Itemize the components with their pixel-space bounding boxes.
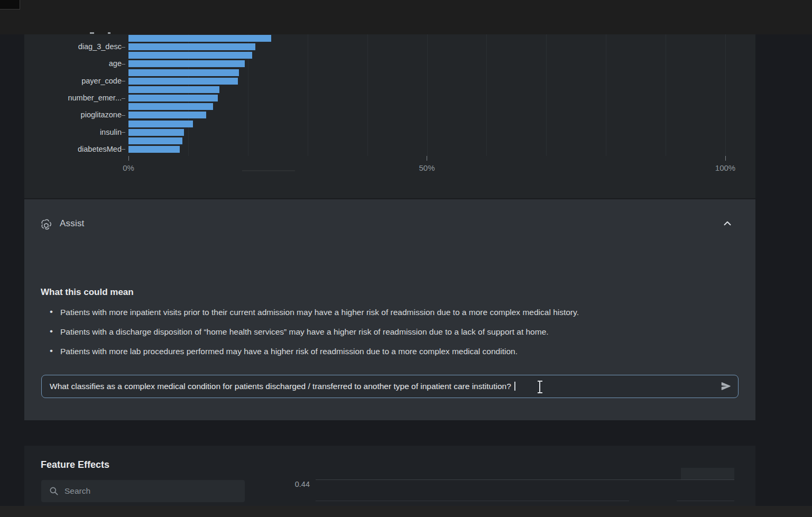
axis-tick — [725, 156, 726, 161]
feature-impact-chart: diag_3_descagepayer_codenumber_emer...pi… — [128, 34, 725, 172]
clipped-label-fragment — [108, 32, 110, 34]
partial-chart-block — [681, 468, 734, 479]
bottom-window-strip — [0, 506, 812, 517]
feature-label: number_emer... — [24, 94, 122, 102]
feature-label: diag_3_desc — [24, 42, 122, 51]
feature-impact-bar — [128, 146, 180, 153]
axis-tick-dash — [122, 47, 125, 48]
partial-chart-gridline — [316, 479, 734, 480]
top-left-black-box — [0, 0, 20, 10]
axis-tick — [128, 156, 129, 161]
feature-label: diabetesMed — [24, 145, 122, 153]
insight-bullet-list: Patients with more inpatient visits prio… — [41, 307, 728, 366]
gridline — [725, 34, 726, 156]
feature-effects-panel: Feature Effects 0.44 — [24, 446, 755, 506]
scrub-line-artifact — [242, 170, 295, 171]
feature-effects-heading: Feature Effects — [41, 459, 109, 470]
chevron-up-icon — [722, 218, 733, 231]
gridline — [308, 34, 308, 156]
insight-bullet: Patients with a discharge disposition of… — [41, 327, 728, 337]
feature-impact-bar — [128, 86, 219, 93]
feature-impact-bar — [128, 78, 238, 85]
gridline — [666, 34, 666, 156]
assist-title: Assist — [60, 218, 85, 229]
feature-label: insulin — [24, 128, 122, 136]
assist-panel: Assist What this could mean Patients wit… — [24, 199, 755, 420]
feature-impact-bar — [128, 43, 255, 50]
feature-impact-bar — [128, 52, 252, 59]
feature-impact-bar — [128, 137, 182, 144]
feature-impact-bar — [128, 121, 193, 127]
partial-chart-gridline — [316, 501, 629, 501]
assist-question-input[interactable]: What classifies as a complex medical con… — [41, 375, 739, 398]
axis-tick-dash — [122, 132, 125, 133]
feature-label: pioglitazone — [24, 110, 122, 119]
axis-tick-dash — [122, 98, 125, 99]
axis-tick-dash — [122, 81, 125, 81]
axis-tick-dash — [122, 115, 125, 116]
search-input[interactable] — [41, 480, 245, 502]
axis-tick — [427, 156, 427, 161]
text-caret — [514, 382, 515, 391]
partial-chart-gridline — [677, 501, 734, 501]
feature-impact-bar — [128, 103, 213, 110]
axis-tick-dash — [122, 149, 125, 150]
gridline — [546, 34, 547, 156]
send-icon — [721, 385, 732, 393]
feature-label: payer_code — [24, 77, 122, 85]
gridline — [606, 34, 606, 156]
axis-tick-dash — [122, 64, 125, 64]
clipped-label-fragment — [90, 32, 94, 34]
ibeam-mouse-cursor — [537, 380, 543, 393]
axis-tick-label: 100% — [704, 163, 746, 172]
feature-impact-bar — [128, 35, 271, 42]
axis-tick-label: 50% — [406, 163, 448, 172]
feature-impact-bar — [128, 129, 184, 136]
top-window-band — [0, 0, 812, 34]
feature-impact-bar — [128, 112, 206, 118]
feature-impact-bar — [128, 69, 239, 76]
insight-bullet: Patients with more inpatient visits prio… — [41, 307, 728, 318]
openai-logo-icon — [41, 219, 52, 230]
feature-impact-bar — [128, 95, 218, 101]
feature-impact-panel: diag_3_descagepayer_codenumber_emer...pi… — [24, 34, 755, 198]
gridline — [486, 34, 487, 156]
assist-question-text: What classifies as a complex medical con… — [50, 375, 515, 397]
feature-label: age — [24, 59, 122, 68]
collapse-assist-button[interactable] — [719, 216, 736, 232]
insight-bullet: Patients with more lab procedures perfor… — [41, 346, 728, 357]
what-this-could-mean-heading: What this could mean — [41, 287, 134, 298]
feature-impact-bar — [128, 60, 245, 67]
axis-tick-label: 0% — [107, 163, 150, 172]
send-button[interactable] — [720, 381, 732, 392]
y-axis-value: 0.44 — [265, 480, 310, 488]
gridline — [427, 34, 428, 156]
gridline — [367, 34, 368, 156]
